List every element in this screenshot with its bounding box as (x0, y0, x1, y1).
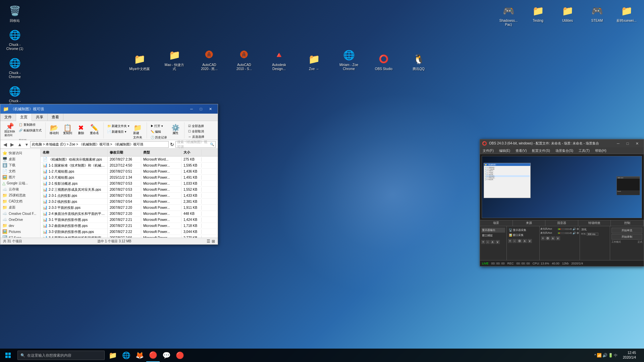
paste-shortcut-button[interactable]: 🔗 粘贴快捷方式 (18, 128, 43, 133)
sidebar-item-download[interactable]: ⬇️ 下载 (0, 162, 40, 168)
obs-mute-button2[interactable]: 🔊 (573, 232, 576, 235)
obs-menu-edit[interactable]: 编辑(E) (498, 148, 512, 153)
obs-start-streaming-button[interactable]: 开始串流 (611, 228, 642, 233)
history-button[interactable]: 🕐 历史记录 (150, 135, 168, 140)
file-row-8[interactable]: 📊2-3-3 平面的投影.pps 2007/8/27 2:20 Microsof… (41, 205, 218, 211)
obs-mixer-down-button[interactable]: ∨ (556, 236, 560, 240)
new-folder-button[interactable]: 📁 新建文件夹 (132, 124, 144, 140)
rename-button[interactable]: ✏️ 重命名 (89, 124, 101, 136)
taskbar-chrome-icon[interactable]: 🌐 (119, 349, 133, 362)
ribbon-fixloc-button[interactable]: 📌 固定到快速访问 (3, 122, 16, 138)
copy-to-button[interactable]: 📋 复制到 (62, 124, 74, 136)
sidebar-item-25[interactable]: 📁 25课程思政 (0, 192, 40, 198)
systray-ime-icon[interactable]: 中 (614, 353, 618, 358)
sidebar-item-documents[interactable]: 📄 文档 (0, 168, 40, 174)
nav-forward-button[interactable]: ▶ (9, 142, 15, 147)
list-view-button[interactable]: ☰ (207, 239, 210, 244)
sidebar-item-cad[interactable]: 📁 CAD文档 (0, 198, 40, 204)
new-item-dropdown-button[interactable]: 📄 新建项目 ▾ (106, 129, 130, 134)
obs-duration-input[interactable] (587, 233, 598, 236)
obs-scene-remove-button[interactable]: − (486, 240, 489, 244)
sidebar-item-pictures[interactable]: 🖼️ 图片 (0, 174, 40, 180)
ribbon-tab-home[interactable]: 主页 (16, 114, 32, 121)
obs-settings-button2[interactable]: ⚙ (577, 232, 579, 235)
desktop-icon-miriam[interactable]: 🌐 Miriam - Zoe Chrome (337, 47, 361, 72)
nav-up-button[interactable]: ▲ (16, 142, 23, 147)
obs-menu-scene-collection[interactable]: 场景集合(S) (554, 148, 575, 153)
desktop-icon-shadowsplay[interactable]: 🎮 Shadowss... Pac) (496, 3, 521, 28)
desktop-icon-testing[interactable]: 📁 Testing (526, 3, 550, 28)
start-button[interactable] (0, 349, 16, 362)
desktop-icon-autocad2020[interactable]: 🅐 AutoCAD 2020 - 黑... (197, 47, 221, 72)
file-row-5[interactable]: 📊2-2 三视图的形成及其对应关系.pps 2007/8/27 0:53 Mic… (41, 187, 218, 193)
sidebar-item-creative[interactable]: ☁️ Creative Cloud F... (0, 210, 40, 217)
obs-mixer-up-button[interactable]: ∧ (551, 236, 555, 240)
open-dropdown-button[interactable]: ▶ 打开 ▾ (150, 124, 168, 129)
obs-menu-profile[interactable]: 配置文件(S) (531, 148, 551, 153)
obs-tab-mixer[interactable]: 混音器 (545, 220, 578, 226)
sidebar-item-google-drive[interactable]: △ Google 云端... (0, 180, 40, 186)
grid-view-button[interactable]: ⊞ (212, 239, 215, 244)
ribbon-tab-file[interactable]: 文件 (0, 114, 16, 121)
delete-button[interactable]: ✖ 删除 (75, 124, 87, 136)
systray-battery-icon[interactable]: 🔋 (608, 353, 613, 358)
obs-tab-sources[interactable]: 来源 (513, 220, 546, 226)
window-close-button[interactable]: ✕ (206, 105, 215, 113)
address-path[interactable]: 此电脑 > 本地磁盘 (D:) > Zoe > 《机械制图》视可强 > 《机械制… (30, 141, 169, 148)
invert-select-button[interactable]: ↔ 反选选择 (187, 134, 205, 139)
desktop-icon-utilities[interactable]: 📁 Utilities (555, 3, 580, 28)
properties-button[interactable]: ⚙️ 属性 (169, 124, 181, 136)
file-row-12[interactable]: 📊3-3 切割体的投影作图.pps.pps 2007/8/27 2:22 Mic… (41, 229, 218, 235)
taskbar-file-explorer-icon[interactable]: 📁 (106, 349, 119, 362)
taskbar-clock[interactable]: 12:45 2020/1/4 (620, 351, 639, 360)
obs-scene-item[interactable]: 显示器输出 (481, 228, 505, 233)
obs-menu-file[interactable]: 文件(F) (481, 148, 495, 153)
taskbar-search[interactable]: 🔍 在这里输入你想搜索的内容 (17, 351, 105, 360)
file-row-7[interactable]: 📊2-3-2 线的投影.pps 2007/8/27 0:54 Microsoft… (41, 199, 218, 205)
obs-scene-up-button[interactable]: ∧ (490, 240, 495, 244)
obs-settings-button1[interactable]: ⚙ (577, 228, 579, 231)
header-type[interactable]: 类型 (141, 149, 181, 156)
file-row-13[interactable]: 📊3-4 两圆柱体相贯线的投影和截割面.pps 2007/8/27 2:56 M… (41, 235, 218, 238)
obs-source-remove-button[interactable]: − (513, 239, 516, 243)
obs-mute-button1[interactable]: 🔊 (573, 228, 576, 231)
select-none-button[interactable]: ☐ 全部取消 (187, 129, 205, 134)
desktop-icon-qq[interactable]: 🐧 腾讯QQ (407, 51, 431, 72)
taskbar-app-icon[interactable]: 🔴 (173, 349, 186, 362)
obs-scene-down-button[interactable]: ∨ (495, 240, 500, 244)
sidebar-item-onedrive[interactable]: ☁️ OneDrive (0, 217, 40, 223)
obs-source-settings-button[interactable]: ⚙ (517, 239, 522, 243)
sidebar-item-desktop[interactable]: 🖥️ 桌面 (0, 156, 40, 162)
obs-tab-transitions[interactable]: 转场特效 (578, 220, 611, 226)
obs-menu-tools[interactable]: 工具(T) (577, 148, 591, 153)
header-date[interactable]: 修改日期 (108, 149, 141, 156)
obs-scene-add-button[interactable]: + (481, 240, 485, 244)
desktop-icon-chrome2[interactable]: 🌐 Chuck - Chrome (3, 55, 27, 80)
edit-button[interactable]: ✏️ 编辑 (150, 129, 168, 134)
taskbar-msg-icon[interactable]: 💬 (160, 349, 173, 362)
desktop-icon-steam[interactable]: 🎮 STEAM (585, 3, 609, 28)
file-row-2[interactable]: 📊1-2 尺规绘图.pps 2007/8/27 0:51 Microsoft P… (41, 169, 218, 175)
sidebar-item-pictures2[interactable]: 🖼️ Pictures (0, 229, 40, 235)
obs-minimize-button[interactable]: ─ (613, 140, 623, 147)
obs-start-recording-button[interactable]: 开始录制 (611, 234, 642, 240)
sidebar-item-quickaccess[interactable]: ⭐ 快速访问 (0, 150, 40, 156)
window-minimize-button[interactable]: ─ (187, 105, 196, 113)
obs-tab-controls[interactable]: 控制 (611, 220, 644, 226)
sidebar-item-app[interactable]: 📁 桌面 (0, 204, 40, 210)
obs-source-item2[interactable]: 🖼️ 窗口采集 (508, 233, 538, 238)
desktop-icon-xuewei[interactable]: 📁 薪聘xuewei... (614, 3, 639, 28)
nav-recent-button[interactable]: ▾ (24, 142, 29, 147)
obs-close-button[interactable]: ✕ (632, 140, 642, 147)
nav-back-button[interactable]: ◀ (2, 142, 8, 147)
taskbar-chat-icon[interactable]: 🔴 (146, 349, 160, 362)
desktop-icon-mao[interactable]: 📁 Mao - 快捷方式 (162, 47, 186, 72)
obs-source-down-button[interactable]: ∨ (528, 239, 532, 243)
obs-mixer-settings-button[interactable]: ⚙ (545, 236, 550, 240)
systray-network-icon[interactable]: 📶 (597, 353, 602, 358)
search-box[interactable]: 搜索《机械制图》视可强 🔍 (175, 141, 216, 148)
sidebar-item-dev[interactable]: 📁 dev (0, 223, 40, 229)
obs-mixer-add-button[interactable]: + (541, 236, 545, 240)
sidebar-item-s7sync[interactable]: 🔄 S7 Sync (0, 235, 40, 238)
file-row-3[interactable]: 📊1-3 尺规绘图.pps 2015/11/2 1:34 Microsoft P… (41, 175, 218, 181)
